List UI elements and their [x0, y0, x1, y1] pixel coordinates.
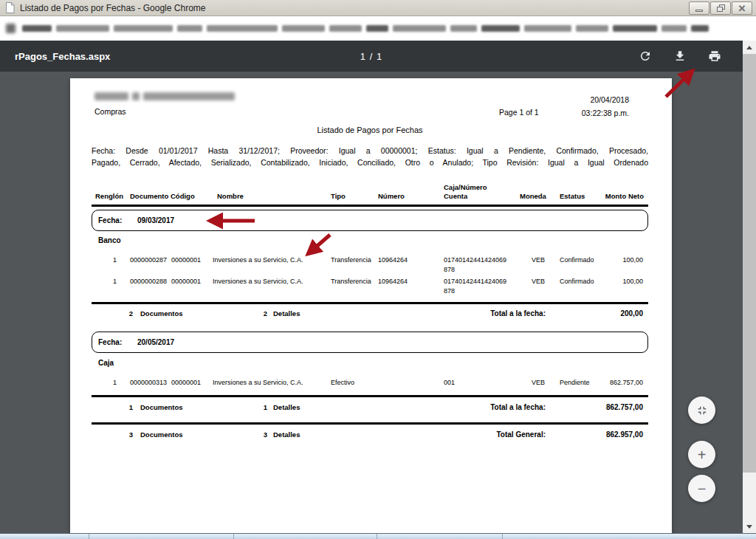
table-rows-group-1: 1 0000000287 00000001 Inversiones a su S…	[92, 255, 648, 298]
fecha-value: 09/03/2017	[137, 216, 174, 224]
report-print-time: 03:22:38 p.m.	[481, 106, 629, 120]
taskbar-edge	[0, 533, 756, 539]
redacted-favicon	[6, 24, 16, 33]
cell-nombre: Inversiones a su Servicio, C.A.	[211, 255, 329, 275]
cell-tipo: Transferencia	[329, 277, 377, 296]
print-button[interactable]	[707, 49, 722, 63]
cell-moneda: VEB	[518, 277, 558, 296]
cell-numero: 10964264	[377, 277, 442, 296]
table-row: 1 0000000287 00000001 Inversiones a su S…	[92, 255, 648, 275]
report-title: Listado de Pagos por Fechas	[92, 126, 648, 134]
total-fecha-label: Total a la fecha:	[416, 403, 546, 411]
group-totals-row: 1 Documentos 1 Detalles Total a la fecha…	[92, 403, 648, 413]
column-caja-cuenta: Caja/Número Cuenta	[442, 183, 518, 201]
zoom-in-button[interactable]: +	[688, 441, 715, 468]
minimize-icon	[695, 10, 703, 12]
fit-to-page-icon	[695, 404, 709, 417]
scrollbar-thumb[interactable]	[743, 54, 756, 473]
cell-codigo: 00000001	[168, 277, 211, 296]
scroll-up-button[interactable]	[743, 41, 756, 54]
scroll-down-button[interactable]	[743, 520, 756, 533]
zoom-out-button[interactable]: −	[688, 475, 715, 502]
section-banco: Banco	[98, 236, 121, 244]
grand-total-rule	[92, 422, 648, 425]
cell-codigo: 00000001	[168, 378, 211, 388]
rotate-icon	[639, 49, 652, 63]
cell-estatus: Confirmado	[558, 277, 603, 296]
cell-moneda: VEB	[518, 378, 558, 388]
column-numero: Número	[377, 192, 442, 201]
report-print-date: 20/04/2018	[481, 93, 629, 106]
table-row: 1 0000000313 00000001 Inversiones a su S…	[92, 378, 648, 388]
det-count: 2	[245, 309, 267, 317]
cell-tipo: Efectivo	[329, 378, 377, 388]
cell-codigo: 00000001	[168, 255, 211, 275]
cell-documento: 0000000288	[126, 277, 168, 296]
report-module: Compras	[94, 107, 126, 116]
scroll-up-icon	[746, 46, 752, 49]
page-indicator: 1 / 1	[0, 51, 743, 62]
scroll-down-icon	[746, 525, 752, 529]
total-fecha-amount: 200,00	[540, 309, 643, 317]
scrollbar-top-gap	[743, 16, 756, 41]
browser-window: Listado de Pagos por Fechas - Google Chr…	[0, 0, 756, 539]
table-row: 1 0000000288 00000001 Inversiones a su S…	[92, 277, 648, 296]
det-count: 1	[245, 403, 267, 411]
cell-caja-cuenta: 01740142441424069878	[442, 255, 518, 275]
cell-caja-cuenta: 001	[442, 378, 518, 388]
group-totals-row: 2 Documentos 2 Detalles Total a la fecha…	[92, 309, 648, 320]
print-icon	[708, 49, 721, 63]
cell-renglon: 1	[92, 378, 126, 388]
close-icon: ✕	[738, 4, 746, 13]
cell-tipo: Transferencia	[329, 255, 377, 275]
cell-monto: 100,00	[603, 255, 648, 275]
total-fecha-label: Total a la fecha:	[416, 309, 546, 317]
column-codigo: Código	[168, 192, 211, 201]
table-header-row: Renglón Documento Código Nombre Tipo Núm…	[92, 183, 648, 201]
column-monto-neto: Monto Neto	[603, 192, 648, 201]
det-label: Detalles	[273, 309, 300, 317]
download-icon	[673, 49, 687, 63]
filter-line-1: Fecha: Desde 01/01/2017 Hasta 31/12/2017…	[92, 145, 648, 157]
report-filters: Fecha: Desde 01/01/2017 Hasta 31/12/2017…	[92, 145, 648, 168]
address-bar[interactable]	[0, 16, 756, 41]
page-outline-icon	[5, 2, 15, 13]
cell-nombre: Inversiones a su Servicio, C.A.	[211, 277, 329, 296]
column-moneda: Moneda	[518, 192, 558, 201]
column-nombre: Nombre	[211, 192, 329, 201]
cell-estatus: Confirmado	[558, 255, 603, 275]
cell-monto: 100,00	[603, 277, 648, 296]
filter-line-2: Pagado, Cerrado, Afectado, Serializado, …	[92, 157, 648, 168]
cell-moneda: VEB	[518, 255, 558, 275]
cell-renglon: 1	[92, 255, 126, 275]
cell-monto: 862.757,00	[603, 378, 648, 388]
column-renglon: Renglón	[92, 192, 126, 201]
plus-icon: +	[698, 447, 707, 462]
grand-total-row: 3 Documentos 3 Detalles Total General: 8…	[92, 430, 648, 441]
doc-count: 3	[111, 430, 133, 439]
download-button[interactable]	[673, 49, 687, 63]
column-tipo: Tipo	[329, 192, 377, 201]
group-rule	[92, 302, 648, 304]
pdf-toolbar: rPagos_Fechas.aspx 1 / 1	[0, 41, 743, 72]
section-caja: Caja	[98, 359, 114, 367]
cell-nombre: Inversiones a su Servicio, C.A.	[211, 378, 329, 388]
rotate-button[interactable]	[638, 49, 653, 63]
cell-caja-cuenta: 01740142441424069878	[442, 277, 518, 296]
fecha-label: Fecha:	[98, 338, 122, 346]
fecha-group-box: Fecha: 09/03/2017	[92, 210, 648, 231]
minimize-button[interactable]	[689, 1, 709, 15]
restore-icon	[717, 4, 725, 12]
det-label: Detalles	[273, 430, 300, 439]
fecha-label: Fecha:	[98, 216, 122, 224]
window-title: Listado de Pagos por Fechas - Google Chr…	[20, 3, 205, 13]
fit-page-button[interactable]	[688, 396, 715, 424]
vertical-scrollbar[interactable]	[743, 41, 756, 533]
column-estatus: Estatus	[558, 192, 603, 201]
doc-count: 1	[111, 403, 133, 411]
cell-renglon: 1	[92, 277, 126, 296]
doc-label: Documentos	[140, 309, 183, 317]
close-button[interactable]: ✕	[732, 1, 752, 15]
restore-button[interactable]	[710, 1, 731, 15]
redacted-url-text	[22, 25, 709, 32]
